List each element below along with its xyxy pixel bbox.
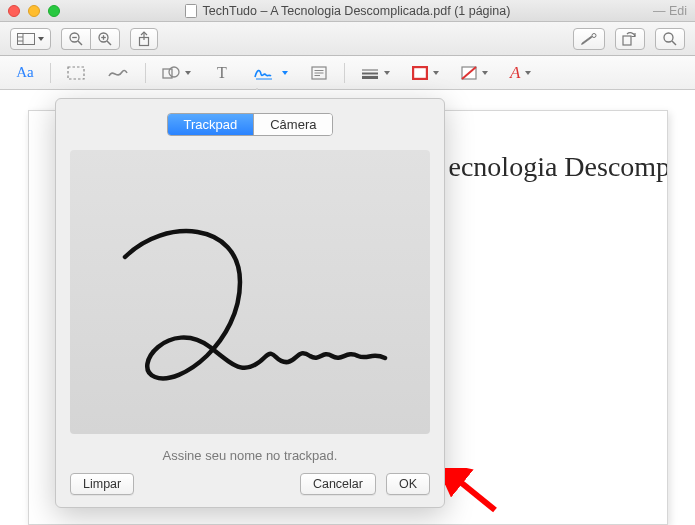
chevron-down-icon (525, 71, 531, 75)
clear-button[interactable]: Limpar (70, 473, 134, 495)
rotate-button[interactable] (615, 28, 645, 50)
svg-point-19 (169, 67, 179, 77)
chevron-down-icon (384, 71, 390, 75)
window-title-text: TechTudo – A Tecnologia Descomplicada.pd… (203, 4, 511, 18)
window-title-tail: — Edi (653, 4, 687, 18)
main-toolbar (0, 22, 695, 56)
selection-tool-button[interactable] (61, 61, 91, 85)
view-mode-group (10, 28, 51, 50)
chevron-down-icon (185, 71, 191, 75)
window-titlebar: TechTudo – A Tecnologia Descomplicada.pd… (0, 0, 695, 22)
signature-popover: Trackpad Câmera Assine seu nome no track… (55, 98, 445, 508)
signature-instruction-text: Assine seu nome no trackpad. (70, 434, 430, 473)
document-icon (185, 4, 197, 18)
svg-rect-0 (18, 33, 35, 44)
note-tool-button[interactable] (304, 61, 334, 85)
minimize-window-button[interactable] (28, 5, 40, 17)
signature-button[interactable] (247, 61, 294, 85)
signature-stroke (70, 162, 430, 422)
svg-line-16 (672, 41, 676, 45)
svg-rect-14 (623, 36, 631, 45)
svg-rect-28 (413, 67, 427, 79)
chevron-down-icon (282, 71, 288, 75)
text-style-button[interactable]: Aa (10, 61, 40, 85)
svg-point-15 (664, 33, 673, 42)
fill-color-button[interactable] (455, 61, 494, 85)
svg-point-13 (592, 33, 596, 37)
search-button[interactable] (655, 28, 685, 50)
ok-button[interactable]: OK (386, 473, 430, 495)
sidebar-view-button[interactable] (10, 28, 51, 50)
line-style-button[interactable] (355, 61, 396, 85)
zoom-out-button[interactable] (61, 28, 90, 50)
window-title: TechTudo – A Tecnologia Descomplicada.pd… (0, 0, 695, 21)
chevron-down-icon (433, 71, 439, 75)
toolbar-divider (344, 63, 345, 83)
zoom-in-button[interactable] (90, 28, 120, 50)
border-color-button[interactable] (406, 61, 445, 85)
cancel-button[interactable]: Cancelar (300, 473, 376, 495)
markup-toggle-button[interactable] (573, 28, 605, 50)
traffic-lights (8, 5, 60, 17)
sketch-tool-button[interactable] (101, 61, 135, 85)
zoom-group (61, 28, 120, 50)
share-button[interactable] (130, 28, 158, 50)
signature-source-segmented-control: Trackpad Câmera (167, 113, 334, 136)
close-window-button[interactable] (8, 5, 20, 17)
font-style-button[interactable]: A (504, 61, 537, 85)
svg-line-8 (107, 41, 111, 45)
signature-canvas[interactable] (70, 150, 430, 434)
text-tool-button[interactable]: T (207, 61, 237, 85)
chevron-down-icon (38, 37, 44, 41)
svg-rect-18 (163, 69, 172, 78)
toolbar-divider (145, 63, 146, 83)
svg-line-5 (78, 41, 82, 45)
tab-camera[interactable]: Câmera (253, 114, 332, 135)
font-style-label: A (510, 63, 520, 83)
text-style-label: Aa (16, 64, 34, 81)
tab-trackpad[interactable]: Trackpad (168, 114, 254, 135)
shapes-button[interactable] (156, 61, 197, 85)
toolbar-divider (50, 63, 51, 83)
text-tool-label: T (217, 64, 227, 82)
markup-toolbar: Aa T A (0, 56, 695, 90)
svg-rect-17 (68, 67, 84, 79)
chevron-down-icon (482, 71, 488, 75)
fullscreen-window-button[interactable] (48, 5, 60, 17)
popover-button-row: Limpar Cancelar OK (70, 473, 430, 495)
